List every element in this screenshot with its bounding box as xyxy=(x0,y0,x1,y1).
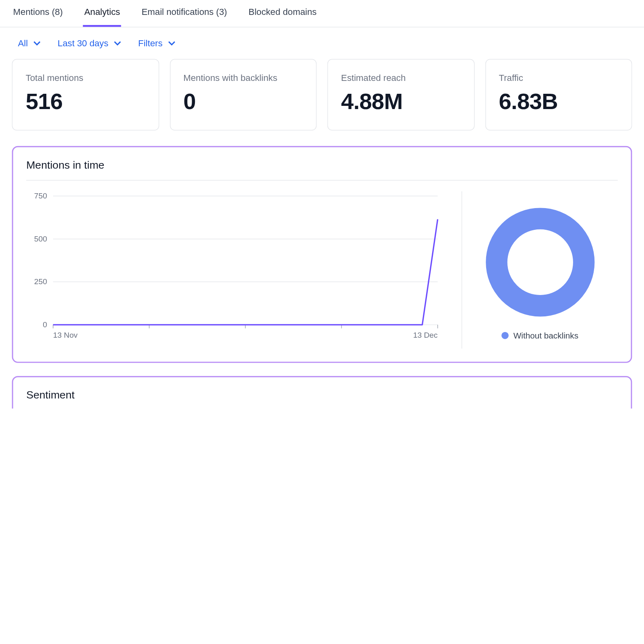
tab-blocked-domains[interactable]: Blocked domains xyxy=(247,6,318,27)
filter-all[interactable]: All xyxy=(18,38,41,48)
kpi-value: 0 xyxy=(183,89,303,115)
filter-date-range[interactable]: Last 30 days xyxy=(58,38,122,48)
kpi-row: Total mentions 516 Mentions with backlin… xyxy=(0,59,644,146)
kpi-traffic[interactable]: Traffic 6.83B xyxy=(485,59,632,131)
tab-analytics[interactable]: Analytics xyxy=(83,6,121,27)
tabs-bar: Mentions (8) Analytics Email notificatio… xyxy=(0,0,644,27)
filter-filters[interactable]: Filters xyxy=(138,38,176,48)
tab-mentions[interactable]: Mentions (8) xyxy=(12,6,64,27)
kpi-label: Total mentions xyxy=(26,73,145,83)
panel-title: Mentions in time xyxy=(26,159,618,171)
chevron-down-icon xyxy=(167,40,176,46)
kpi-estimated-reach[interactable]: Estimated reach 4.88M xyxy=(327,59,474,131)
svg-text:13 Dec: 13 Dec xyxy=(413,331,438,339)
dot-icon xyxy=(501,332,509,339)
panel-title: Sentiment xyxy=(26,389,618,402)
filter-bar: All Last 30 days Filters xyxy=(0,27,644,59)
kpi-value: 4.88M xyxy=(341,89,461,115)
donut-legend-without-backlinks: Without backlinks xyxy=(501,331,578,341)
panel-sentiment: Sentiment 010020030013 Nov13 Dec Negativ… xyxy=(12,376,632,409)
svg-text:13 Nov: 13 Nov xyxy=(53,331,78,339)
chevron-down-icon xyxy=(33,40,41,46)
kpi-with-backlinks[interactable]: Mentions with backlinks 0 xyxy=(170,59,317,131)
svg-text:500: 500 xyxy=(34,235,47,243)
svg-text:750: 750 xyxy=(34,192,47,200)
mentions-line-chart[interactable]: 025050075013 Nov13 Dec xyxy=(26,191,462,349)
chevron-down-icon xyxy=(113,40,122,46)
mentions-donut-chart[interactable] xyxy=(483,206,596,319)
panel-mentions-in-time: Mentions in time 025050075013 Nov13 Dec … xyxy=(12,146,632,363)
kpi-label: Traffic xyxy=(499,73,618,83)
kpi-label: Mentions with backlinks xyxy=(183,73,303,83)
kpi-total-mentions[interactable]: Total mentions 516 xyxy=(12,59,159,131)
tab-email-notifications[interactable]: Email notifications (3) xyxy=(141,6,228,27)
filter-filters-label: Filters xyxy=(138,38,162,48)
kpi-value: 516 xyxy=(26,89,145,115)
svg-text:0: 0 xyxy=(43,320,47,329)
kpi-value: 6.83B xyxy=(499,89,618,115)
svg-point-15 xyxy=(496,219,584,306)
filter-range-label: Last 30 days xyxy=(58,38,108,48)
svg-text:250: 250 xyxy=(34,277,47,286)
filter-all-label: All xyxy=(18,38,28,48)
kpi-label: Estimated reach xyxy=(341,73,461,83)
